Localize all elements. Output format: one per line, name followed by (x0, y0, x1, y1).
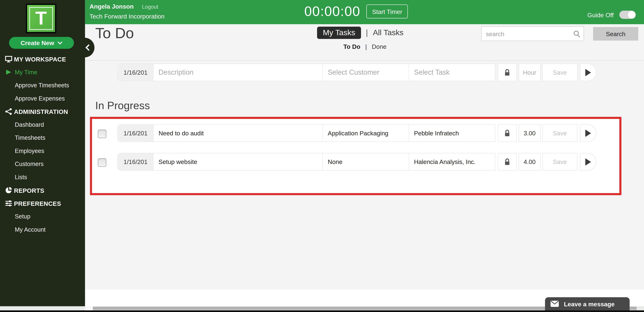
play-icon (585, 69, 591, 76)
save-button[interactable]: Save (542, 63, 578, 81)
sidebar-item-label: Setup (15, 213, 30, 220)
description-placeholder: Description (158, 68, 194, 76)
status-subtabs: To Do | Done (344, 43, 386, 50)
task-hours[interactable]: 3.00 (519, 124, 540, 142)
envelope-icon (550, 301, 559, 307)
task-fields: 1/16/201 Need to do audit Application Pa… (118, 124, 495, 142)
select-customer-placeholder: Select Customer (328, 68, 380, 76)
app-logo: T (26, 4, 56, 33)
sidebar-item-label: My Time (15, 69, 37, 76)
chevron-left-icon (85, 44, 90, 51)
share-icon (3, 108, 14, 115)
logout-link[interactable]: Logout (142, 4, 158, 10)
app-logo-tile: T (27, 5, 55, 32)
description-field[interactable]: Description (153, 64, 322, 81)
task-customer[interactable]: None (322, 153, 409, 170)
task-date[interactable]: 1/16/201 (118, 153, 153, 170)
sidebar-item-administration[interactable]: ADMINISTRATION (0, 105, 85, 118)
sidebar-item-approve-expenses[interactable]: Approve Expenses (0, 92, 85, 105)
lock-button[interactable] (498, 124, 517, 142)
scrollbar-gap (85, 306, 93, 310)
lock-icon (504, 68, 510, 76)
sidebar-collapse-button[interactable] (75, 38, 94, 57)
task-name[interactable]: Pebble Infratech (409, 125, 495, 142)
sidebar-item-customers[interactable]: Customers (0, 157, 85, 170)
chevron-down-icon (58, 41, 62, 45)
task-name[interactable]: Halencia Analysis, Inc. (409, 153, 495, 170)
play-button[interactable] (580, 63, 596, 81)
task-hours[interactable]: 4.00 (519, 153, 540, 170)
task-description[interactable]: Need to do audit (153, 125, 322, 142)
task-checkbox[interactable] (98, 158, 106, 167)
sidebar-item-label: My Account (15, 226, 46, 233)
save-button[interactable]: Save (542, 153, 578, 170)
active-item-arrow-icon (3, 69, 14, 75)
subtab-done[interactable]: Done (372, 43, 386, 50)
sidebar-item-label: REPORTS (14, 187, 44, 194)
window-bottom-edge (0, 310, 644, 312)
task-checkbox[interactable] (98, 130, 106, 138)
sidebar-item-lists[interactable]: Lists (0, 170, 85, 184)
sidebar-nav: MY WORKSPACE My Time Approve Timesheets … (0, 52, 85, 236)
user-name: Angela Jonson (90, 3, 134, 10)
task-date[interactable]: 1/16/201 (118, 125, 153, 142)
pie-chart-icon (3, 186, 14, 194)
tab-separator: | (366, 28, 368, 37)
app-window: T Create New MY WORKSPACE My Time (0, 0, 644, 312)
lock-icon (504, 157, 510, 166)
sidebar-item-my-time[interactable]: My Time (0, 66, 85, 79)
sidebar-item-label: Lists (15, 174, 27, 180)
hour-placeholder: Hour (523, 69, 536, 76)
sidebar-item-timesheets[interactable]: Timesheets (0, 131, 85, 144)
hour-field[interactable]: Hour (519, 63, 540, 81)
task-customer[interactable]: Application Packaging (322, 125, 409, 142)
sidebar-item-reports[interactable]: REPORTS (0, 184, 85, 197)
date-field[interactable]: 1/16/201 (118, 64, 153, 81)
subtab-separator: | (365, 43, 367, 50)
create-new-button[interactable]: Create New (9, 37, 74, 49)
select-customer-field[interactable]: Select Customer (322, 64, 409, 81)
in-progress-heading: In Progress (95, 99, 150, 112)
sidebar-item-approve-timesheets[interactable]: Approve Timesheets (0, 79, 85, 92)
play-icon (585, 129, 591, 137)
lock-button[interactable] (498, 63, 517, 81)
search-button[interactable]: Search (593, 27, 638, 41)
guide-toggle[interactable] (620, 11, 636, 19)
play-button[interactable] (580, 153, 596, 170)
header-divider (85, 60, 644, 61)
select-task-placeholder: Select Task (414, 68, 450, 76)
sidebar-item-label: PREFERENCES (14, 200, 61, 207)
sidebar-item-label: Approve Expenses (15, 95, 65, 102)
company-name: Tech Forward Incorporation (90, 13, 164, 20)
sidebar: T Create New MY WORKSPACE My Time (0, 0, 85, 306)
search-input[interactable] (482, 27, 584, 40)
leave-message-widget[interactable]: Leave a message (545, 297, 630, 311)
play-button[interactable] (580, 124, 596, 142)
sidebar-item-setup[interactable]: Setup (0, 210, 85, 223)
task-row: 1/16/201 Setup website None Halencia Ana… (118, 153, 596, 170)
sidebar-item-label: ADMINISTRATION (14, 108, 68, 115)
sidebar-item-label: MY WORKSPACE (14, 56, 66, 63)
select-task-field[interactable]: Select Task (409, 64, 495, 81)
task-description[interactable]: Setup website (153, 153, 322, 170)
search-icon[interactable] (573, 30, 580, 39)
start-timer-button[interactable]: Start Timer (366, 4, 408, 18)
subtab-to-do[interactable]: To Do (344, 43, 360, 50)
main-content: To Do My Tasks | All Tasks To Do | Done … (85, 24, 644, 306)
sidebar-item-label: Employees (15, 148, 44, 154)
quick-add-fields: 1/16/201 Description Select Customer Sel… (118, 63, 495, 81)
sidebar-item-dashboard[interactable]: Dashboard (0, 118, 85, 131)
task-row: 1/16/201 Need to do audit Application Pa… (118, 124, 596, 142)
sidebar-item-my-workspace[interactable]: MY WORKSPACE (0, 52, 85, 66)
task-tabs: My Tasks | All Tasks (317, 27, 404, 39)
tab-all-tasks[interactable]: All Tasks (373, 28, 404, 37)
lock-button[interactable] (498, 153, 517, 170)
sidebar-item-preferences[interactable]: PREFERENCES (0, 197, 85, 210)
sidebar-item-employees[interactable]: Employees (0, 144, 85, 157)
sidebar-item-my-account[interactable]: My Account (0, 223, 85, 236)
save-button[interactable]: Save (542, 124, 578, 142)
leave-message-label: Leave a message (564, 300, 614, 307)
timer-display: 00:00:00 (304, 4, 360, 19)
top-bar: Angela Jonson Logout Tech Forward Incorp… (85, 0, 644, 24)
tab-my-tasks[interactable]: My Tasks (317, 27, 361, 39)
